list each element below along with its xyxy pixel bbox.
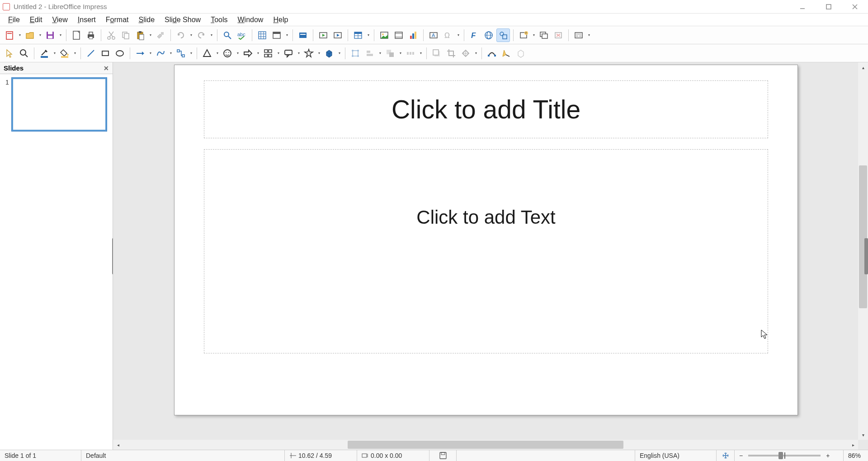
symbol-shapes-dropdown[interactable]: ▾	[236, 51, 240, 55]
block-arrows-button[interactable]	[241, 47, 255, 60]
select-tool[interactable]	[3, 47, 16, 60]
menu-window[interactable]: Window	[233, 15, 268, 25]
scroll-up-arrow[interactable]: ▴	[858, 62, 868, 72]
slide-canvas[interactable]: Click to add Title Click to add Text	[174, 65, 798, 415]
undo-button[interactable]	[174, 28, 188, 42]
status-object-size[interactable]: 0.00 x 0.00	[357, 450, 429, 461]
lines-arrows-button[interactable]	[133, 47, 147, 60]
hscroll-thumb[interactable]	[348, 441, 623, 449]
slide-thumb-item[interactable]: 1	[5, 78, 107, 131]
curves-dropdown[interactable]: ▾	[169, 51, 173, 55]
3d-dropdown[interactable]: ▾	[337, 51, 342, 55]
save-button[interactable]	[43, 28, 57, 42]
lines-arrows-dropdown[interactable]: ▾	[148, 51, 153, 55]
slide-layout-button[interactable]	[572, 28, 585, 42]
menu-view[interactable]: View	[47, 15, 72, 25]
distribute-dropdown[interactable]: ▾	[419, 51, 423, 55]
new-dropdown[interactable]: ▾	[18, 33, 22, 37]
crop-button[interactable]	[444, 47, 458, 60]
menu-edit[interactable]: Edit	[25, 15, 47, 25]
duplicate-slide-button[interactable]	[537, 28, 551, 42]
menu-slideshow[interactable]: Slide Show	[160, 15, 205, 25]
zoom-pan-tool[interactable]	[17, 47, 31, 60]
copy-button[interactable]	[119, 28, 132, 42]
close-icon[interactable]: ✕	[104, 65, 109, 72]
status-zoom-percent[interactable]: 86%	[843, 450, 868, 461]
maximize-button[interactable]	[816, 0, 842, 14]
insert-av-button[interactable]	[392, 28, 406, 42]
shadow-button[interactable]	[430, 47, 443, 60]
paste-dropdown[interactable]: ▾	[148, 33, 153, 37]
insert-fontwork-button[interactable]: F	[467, 28, 481, 42]
stars-button[interactable]	[302, 47, 316, 60]
save-dropdown[interactable]: ▾	[58, 33, 63, 37]
zoom-slider-track[interactable]	[748, 455, 821, 456]
delete-slide-button[interactable]	[552, 28, 565, 42]
slide-thumbnail[interactable]	[12, 78, 107, 131]
new-slide-dropdown[interactable]: ▾	[532, 33, 536, 37]
export-pdf-button[interactable]	[70, 28, 83, 42]
connectors-dropdown[interactable]: ▾	[189, 51, 193, 55]
status-master[interactable]: Default	[81, 450, 285, 461]
arrange-dropdown[interactable]: ▾	[398, 51, 403, 55]
panel-collapse-grip-right[interactable]	[864, 238, 868, 274]
insert-hyperlink-button[interactable]	[482, 28, 495, 42]
flowchart-button[interactable]	[261, 47, 275, 60]
insert-special-char-button[interactable]: Ω	[441, 28, 455, 42]
new-slide-button[interactable]: +	[517, 28, 530, 42]
insert-textbox-button[interactable]: A	[427, 28, 440, 42]
content-placeholder[interactable]: Click to add Text	[204, 149, 768, 353]
zoom-out-button[interactable]: −	[739, 452, 743, 459]
3d-objects-button[interactable]	[322, 47, 336, 60]
filter-button[interactable]	[459, 47, 472, 60]
rotate-button[interactable]	[349, 47, 362, 60]
insert-table-dropdown[interactable]: ▾	[366, 33, 371, 37]
connectors-button[interactable]	[174, 47, 188, 60]
status-save-indicator[interactable]	[429, 450, 457, 461]
status-fit-button[interactable]	[717, 450, 735, 461]
curves-polygons-button[interactable]	[154, 47, 167, 60]
callouts-button[interactable]	[282, 47, 295, 60]
menu-slide[interactable]: Slide	[134, 15, 160, 25]
scroll-right-arrow[interactable]: ▸	[848, 440, 858, 450]
fill-color-button[interactable]	[58, 47, 71, 60]
horizontal-scrollbar[interactable]: ◂ ▸	[113, 440, 858, 450]
vscroll-thumb[interactable]	[859, 165, 867, 308]
flowchart-dropdown[interactable]: ▾	[276, 51, 281, 55]
scroll-left-arrow[interactable]: ◂	[113, 440, 123, 450]
filter-dropdown[interactable]: ▾	[474, 51, 478, 55]
fill-color-dropdown[interactable]: ▾	[73, 51, 77, 55]
extrusion-button[interactable]	[514, 47, 528, 60]
close-button[interactable]	[842, 0, 868, 14]
redo-dropdown[interactable]: ▾	[209, 33, 214, 37]
zoom-in-button[interactable]: +	[826, 452, 830, 459]
title-placeholder[interactable]: Click to add Title	[204, 80, 768, 138]
open-dropdown[interactable]: ▾	[38, 33, 42, 37]
cut-button[interactable]	[104, 28, 118, 42]
master-slide-button[interactable]	[296, 28, 310, 42]
insert-image-button[interactable]	[377, 28, 391, 42]
slide-layout-dropdown[interactable]: ▾	[587, 33, 591, 37]
callouts-dropdown[interactable]: ▾	[297, 51, 301, 55]
stars-dropdown[interactable]: ▾	[317, 51, 321, 55]
display-views-dropdown[interactable]: ▾	[285, 33, 289, 37]
align-button[interactable]	[363, 47, 377, 60]
line-color-button[interactable]	[38, 47, 51, 60]
symbol-shapes-button[interactable]	[221, 47, 234, 60]
distribute-button[interactable]	[404, 47, 417, 60]
display-views-button[interactable]	[270, 28, 283, 42]
special-char-dropdown[interactable]: ▾	[456, 33, 461, 37]
block-arrows-dropdown[interactable]: ▾	[256, 51, 260, 55]
new-button[interactable]	[3, 28, 16, 42]
zoom-slider-handle[interactable]	[778, 452, 783, 459]
menu-format[interactable]: Format	[101, 15, 133, 25]
insert-table-button[interactable]	[351, 28, 365, 42]
clone-formatting-button[interactable]	[154, 28, 167, 42]
canvas-viewport[interactable]: Click to add Title Click to add Text ▴ ▾	[113, 62, 868, 440]
scroll-down-arrow[interactable]: ▾	[858, 430, 868, 440]
find-replace-button[interactable]	[221, 28, 234, 42]
menu-tools[interactable]: Tools	[206, 15, 232, 25]
undo-dropdown[interactable]: ▾	[189, 33, 193, 37]
menu-file[interactable]: File	[4, 15, 24, 25]
menu-insert[interactable]: Insert	[73, 15, 100, 25]
